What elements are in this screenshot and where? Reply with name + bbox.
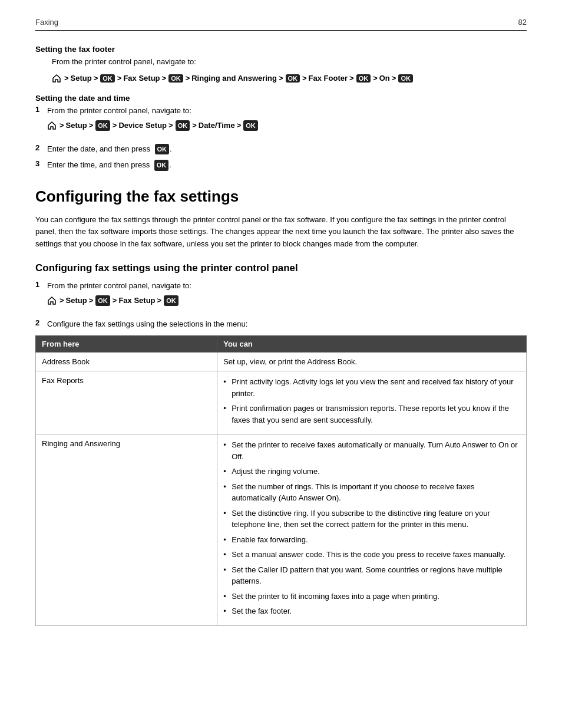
table-cell-from-1: Address Book	[36, 353, 217, 371]
col-from-here: From here	[36, 336, 217, 353]
nav-fax-setup-2: Fax Setup	[118, 295, 155, 307]
ok-btn-6: OK	[95, 120, 110, 131]
fax-footer-step: From the printer control panel, navigate…	[52, 56, 527, 68]
ringing-list: Set the printer to receive faxes automat…	[223, 439, 520, 617]
table-cell-youcan-2: Print activity logs. Activity logs let y…	[217, 371, 527, 434]
ok-btn-5: OK	[398, 74, 413, 83]
config-table: From here You can Address Book Set up, v…	[35, 335, 527, 626]
step-2-num: 2	[35, 143, 45, 152]
fax-reports-list: Print activity logs. Activity logs let y…	[223, 376, 520, 426]
step-3-content: Enter the time, and then press OK.	[47, 159, 171, 171]
panel-step-2-content: Configure the fax settings using the sel…	[47, 318, 247, 330]
list-item: Set the fax footer.	[223, 605, 520, 617]
fax-footer-heading: Setting the fax footer	[35, 45, 527, 54]
panel-steps: 1 From the printer control panel, naviga…	[35, 280, 527, 330]
list-item: Set the number of rings. This is importa…	[223, 481, 520, 504]
address-book-desc: Set up, view, or print the Address Book.	[223, 357, 357, 366]
step-1-content: From the printer control panel, navigate…	[47, 105, 259, 139]
step-1: 1 From the printer control panel, naviga…	[35, 105, 527, 139]
nav-fax-setup-1: Fax Setup	[123, 74, 160, 83]
panel-step-1-num: 1	[35, 280, 45, 289]
nav-setup-2: Setup	[66, 120, 87, 131]
main-heading: Configuring the fax settings	[35, 187, 527, 206]
list-item: Set the printer to fit incoming faxes in…	[223, 591, 520, 602]
list-item: Enable fax forwarding.	[223, 534, 520, 546]
ok-btn-10: OK	[154, 160, 169, 171]
nav-ringing: Ringing and Answering	[191, 74, 277, 83]
list-item: Set the distinctive ring. If you subscri…	[223, 508, 520, 531]
nav-fax-footer: Fax Footer	[309, 74, 348, 83]
ok-btn-8: OK	[243, 120, 258, 131]
list-item: Adjust the ringing volume.	[223, 466, 520, 477]
table-cell-from-3: Ringing and Answering	[36, 434, 217, 626]
panel-step-1-content: From the printer control panel, navigate…	[47, 280, 191, 314]
intro-paragraph: You can configure the fax settings throu…	[35, 214, 527, 251]
table-cell-youcan-1: Set up, view, or print the Address Book.	[217, 353, 527, 371]
ok-btn-9: OK	[155, 144, 170, 155]
table-cell-from-2: Fax Reports	[36, 371, 217, 434]
home-icon	[52, 74, 61, 83]
fax-footer-step-text: From the printer control panel, navigate…	[52, 57, 196, 66]
list-item: Print confirmation pages or transmission…	[223, 403, 520, 426]
ok-btn-11: OK	[95, 295, 110, 307]
ok-btn-7: OK	[176, 120, 190, 131]
page: Faxing 82 Setting the fax footer From th…	[0, 0, 562, 728]
nav-setup-3: Setup	[66, 295, 87, 307]
table-row: Fax Reports Print activity logs. Activit…	[36, 371, 527, 434]
step-1-num: 1	[35, 105, 45, 114]
table-head: From here You can	[36, 336, 527, 353]
section-date-time: Setting the date and time 1 From the pri…	[35, 94, 527, 171]
table-header-row: From here You can	[36, 336, 527, 353]
fax-footer-nav: > Setup > OK > Fax Setup > OK > Ringing …	[52, 74, 527, 83]
step-3: 3 Enter the time, and then press OK.	[35, 159, 527, 171]
nav-sep-1: >	[64, 74, 69, 83]
table-cell-youcan-3: Set the printer to receive faxes automat…	[217, 434, 527, 626]
step-2: 2 Enter the date, and then press OK.	[35, 143, 527, 155]
list-item: Set the printer to receive faxes automat…	[223, 439, 520, 462]
list-item: Print activity logs. Activity logs let y…	[223, 376, 520, 399]
col-you-can: You can	[217, 336, 527, 353]
panel-nav: > Setup > OK > Fax Setup > OK	[47, 295, 191, 307]
nav-on: On	[379, 74, 390, 83]
list-item: Set the Caller ID pattern that you want.…	[223, 564, 520, 587]
date-time-nav: > Setup > OK > Device Setup > OK > Date/…	[47, 120, 259, 131]
page-header: Faxing 82	[35, 18, 527, 31]
panel-step-2-num: 2	[35, 318, 45, 327]
nav-setup-1: Setup	[71, 74, 92, 83]
ok-btn-2: OK	[168, 74, 183, 83]
list-item: Set a manual answer code. This is the co…	[223, 549, 520, 561]
page-title: Faxing	[35, 18, 58, 27]
table-row: Address Book Set up, view, or print the …	[36, 353, 527, 371]
home-icon-3	[47, 296, 57, 305]
sub-heading: Configuring fax settings using the print…	[35, 262, 527, 274]
step-2-content: Enter the date, and then press OK.	[47, 143, 172, 155]
ok-btn-4: OK	[356, 74, 371, 83]
table-row: Ringing and Answering Set the printer to…	[36, 434, 527, 626]
ok-btn-3: OK	[286, 74, 300, 83]
page-number: 82	[518, 18, 527, 27]
panel-step-1: 1 From the printer control panel, naviga…	[35, 280, 527, 314]
ok-btn-1: OK	[100, 74, 115, 83]
date-time-heading: Setting the date and time	[35, 94, 527, 103]
section-fax-footer: Setting the fax footer From the printer …	[35, 45, 527, 83]
ok-btn-12: OK	[164, 295, 178, 307]
panel-step-2: 2 Configure the fax settings using the s…	[35, 318, 527, 330]
date-time-steps: 1 From the printer control panel, naviga…	[35, 105, 527, 171]
table-body: Address Book Set up, view, or print the …	[36, 353, 527, 626]
nav-datetime: Date/Time	[199, 120, 235, 131]
home-icon-2	[47, 121, 57, 130]
nav-device-setup: Device Setup	[118, 120, 167, 131]
step-3-num: 3	[35, 159, 45, 168]
